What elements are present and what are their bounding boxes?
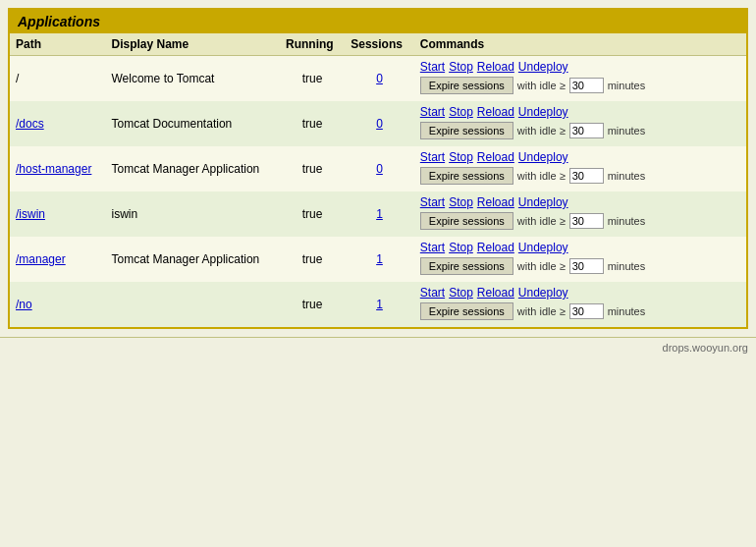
stop-link[interactable]: Stop [449, 60, 473, 74]
idle-input[interactable] [569, 303, 604, 319]
expire-sessions-button[interactable]: Expire sessions [420, 257, 513, 275]
table-row: /docsTomcat Documentationtrue0Start Stop… [10, 101, 746, 146]
stop-link[interactable]: Stop [449, 105, 473, 119]
start-link[interactable]: Start [420, 105, 445, 119]
col-sessions: Sessions [345, 33, 414, 56]
commands-cell: Start Stop Reload Undeploy Expire sessio… [414, 101, 746, 146]
start-link[interactable]: Start [420, 286, 445, 300]
commands-cell: Start Stop Reload Undeploy Expire sessio… [414, 237, 746, 282]
display-name: iswin [106, 191, 281, 237]
stop-link[interactable]: Stop [449, 195, 473, 209]
minutes-label: minutes [608, 215, 646, 227]
path-link[interactable]: /iswin [16, 207, 45, 221]
running-status: true [280, 191, 345, 237]
col-commands: Commands [414, 33, 746, 56]
stop-link[interactable]: Stop [449, 241, 473, 254]
path-link[interactable]: /manager [16, 252, 66, 266]
idle-label: with idle ≥ [517, 215, 566, 227]
table-row: /notrue1Start Stop Reload Undeploy Expir… [10, 282, 746, 327]
sessions-link[interactable]: 1 [376, 298, 383, 311]
display-name [106, 282, 281, 327]
path-text: / [16, 72, 19, 85]
minutes-label: minutes [608, 125, 646, 137]
table-row: /managerTomcat Manager Applicationtrue1S… [10, 237, 746, 282]
table-row: /Welcome to Tomcattrue0Start Stop Reload… [10, 56, 746, 102]
commands-cell: Start Stop Reload Undeploy Expire sessio… [414, 191, 746, 237]
sessions-link[interactable]: 0 [376, 162, 383, 176]
start-link[interactable]: Start [420, 60, 445, 74]
commands-cell: Start Stop Reload Undeploy Expire sessio… [414, 282, 746, 327]
start-link[interactable]: Start [420, 150, 445, 164]
idle-label: with idle ≥ [517, 125, 566, 137]
commands-cell: Start Stop Reload Undeploy Expire sessio… [414, 56, 746, 102]
section-title: Applications [10, 10, 746, 33]
stop-link[interactable]: Stop [449, 286, 473, 300]
idle-input[interactable] [569, 123, 604, 138]
expire-sessions-button[interactable]: Expire sessions [420, 302, 513, 320]
undeploy-link[interactable]: Undeploy [518, 241, 568, 254]
reload-link[interactable]: Reload [477, 241, 514, 254]
minutes-label: minutes [608, 260, 646, 272]
minutes-label: minutes [608, 80, 646, 91]
expire-sessions-button[interactable]: Expire sessions [420, 77, 513, 94]
idle-input[interactable] [569, 213, 604, 229]
reload-link[interactable]: Reload [477, 105, 514, 119]
expire-sessions-button[interactable]: Expire sessions [420, 122, 513, 139]
minutes-label: minutes [608, 170, 646, 182]
reload-link[interactable]: Reload [477, 286, 514, 300]
display-name: Tomcat Manager Application [106, 237, 281, 282]
minutes-label: minutes [608, 305, 646, 317]
footer: drops.wooyun.org [0, 337, 756, 357]
sessions-link[interactable]: 1 [376, 252, 383, 266]
reload-link[interactable]: Reload [477, 150, 514, 164]
table-row: /iswiniswintrue1Start Stop Reload Undepl… [10, 191, 746, 237]
start-link[interactable]: Start [420, 195, 445, 209]
expire-sessions-button[interactable]: Expire sessions [420, 167, 513, 185]
display-name: Welcome to Tomcat [106, 56, 281, 102]
running-status: true [280, 237, 345, 282]
sessions-link[interactable]: 0 [376, 117, 383, 131]
idle-input[interactable] [569, 168, 604, 184]
reload-link[interactable]: Reload [477, 60, 514, 74]
idle-input[interactable] [569, 258, 604, 274]
expire-sessions-button[interactable]: Expire sessions [420, 212, 513, 230]
undeploy-link[interactable]: Undeploy [518, 286, 568, 300]
reload-link[interactable]: Reload [477, 195, 514, 209]
path-link[interactable]: /no [16, 298, 32, 311]
idle-label: with idle ≥ [517, 260, 566, 272]
idle-label: with idle ≥ [517, 80, 566, 91]
sessions-link[interactable]: 0 [376, 72, 383, 85]
running-status: true [280, 282, 345, 327]
undeploy-link[interactable]: Undeploy [518, 60, 568, 74]
undeploy-link[interactable]: Undeploy [518, 195, 568, 209]
sessions-link[interactable]: 1 [376, 207, 383, 221]
display-name: Tomcat Manager Application [106, 146, 281, 191]
stop-link[interactable]: Stop [449, 150, 473, 164]
idle-label: with idle ≥ [517, 170, 566, 182]
commands-cell: Start Stop Reload Undeploy Expire sessio… [414, 146, 746, 191]
start-link[interactable]: Start [420, 241, 445, 254]
display-name: Tomcat Documentation [106, 101, 281, 146]
undeploy-link[interactable]: Undeploy [518, 150, 568, 164]
col-display-name: Display Name [106, 33, 281, 56]
running-status: true [280, 146, 345, 191]
table-row: /host-managerTomcat Manager Applicationt… [10, 146, 746, 191]
col-running: Running [280, 33, 345, 56]
col-path: Path [10, 33, 106, 56]
idle-label: with idle ≥ [517, 305, 566, 317]
running-status: true [280, 56, 345, 102]
idle-input[interactable] [569, 78, 604, 93]
path-link[interactable]: /docs [16, 117, 44, 131]
path-link[interactable]: /host-manager [16, 162, 91, 176]
running-status: true [280, 101, 345, 146]
undeploy-link[interactable]: Undeploy [518, 105, 568, 119]
